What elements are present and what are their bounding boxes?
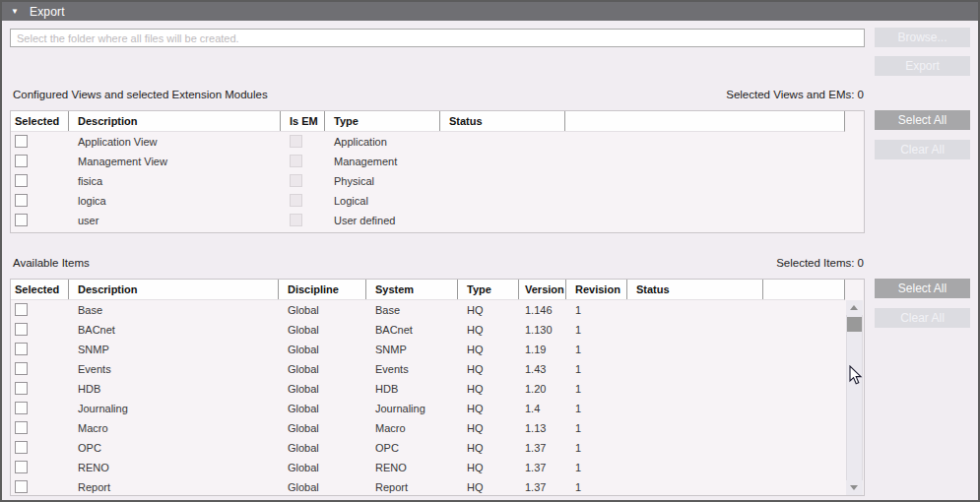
items-select-all-button[interactable]: Select All xyxy=(875,279,970,298)
scrollbar-track[interactable] xyxy=(846,315,863,480)
discipline-cell: Global xyxy=(279,481,366,493)
views-selected-count: Selected Views and EMs: 0 xyxy=(726,89,864,100)
table-row[interactable]: Application View Application xyxy=(11,132,864,152)
description-cell: user xyxy=(69,215,281,226)
table-row[interactable]: RENO Global RENO HQ 1.37 1 xyxy=(11,458,864,477)
items-col-revision[interactable]: Revision xyxy=(566,280,627,299)
table-row[interactable]: Base Global Base HQ 1.146 1 xyxy=(11,300,864,320)
scrollbar-thumb[interactable] xyxy=(847,317,862,332)
row-checkbox[interactable] xyxy=(15,214,28,226)
selected-cell xyxy=(11,303,69,318)
selected-cell xyxy=(11,343,69,357)
description-cell: BACnet xyxy=(69,324,279,336)
titlebar: ▼ Export xyxy=(2,2,978,21)
row-checkbox[interactable] xyxy=(15,303,28,316)
items-col-system[interactable]: System xyxy=(366,280,458,299)
items-vertical-scrollbar[interactable] xyxy=(846,300,863,495)
description-cell: Report xyxy=(69,481,279,493)
revision-cell: 1 xyxy=(566,481,627,493)
isem-cell xyxy=(281,214,325,228)
row-checkbox[interactable] xyxy=(15,362,28,375)
isem-cell xyxy=(281,155,325,169)
table-row[interactable]: HDB Global HDB HQ 1.20 1 xyxy=(11,379,864,399)
items-selected-count: Selected Items: 0 xyxy=(776,257,864,269)
items-col-status[interactable]: Status xyxy=(627,280,763,299)
system-cell: OPC xyxy=(366,442,458,454)
items-col-version[interactable]: Version xyxy=(519,280,566,299)
table-row[interactable]: Report Global Report HQ 1.37 1 xyxy=(11,477,864,496)
table-row[interactable]: fisica Physical xyxy=(11,171,864,191)
browse-button[interactable]: Browse... xyxy=(875,28,970,47)
table-row[interactable]: logica Logical xyxy=(11,191,864,211)
items-col-discipline[interactable]: Discipline xyxy=(279,280,366,299)
views-col-selected[interactable]: Selected xyxy=(11,111,69,131)
table-row[interactable]: Events Global Events HQ 1.43 1 xyxy=(11,359,864,379)
type-cell: HQ xyxy=(458,481,519,493)
scroll-up-icon[interactable] xyxy=(846,300,863,315)
views-col-status[interactable]: Status xyxy=(440,111,565,131)
row-checkbox[interactable] xyxy=(15,135,28,148)
system-cell: HDB xyxy=(366,383,458,395)
items-col-selected[interactable]: Selected xyxy=(11,280,69,299)
isem-checkbox-disabled xyxy=(290,194,302,207)
description-cell: Macro xyxy=(69,422,279,434)
views-col-type[interactable]: Type xyxy=(325,111,440,131)
row-checkbox[interactable] xyxy=(15,174,28,187)
items-clear-all-button[interactable]: Clear All xyxy=(875,308,970,328)
description-cell: OPC xyxy=(69,442,279,454)
version-cell: 1.37 xyxy=(519,442,566,454)
views-col-description[interactable]: Description xyxy=(69,111,281,131)
system-cell: Report xyxy=(366,481,458,493)
type-cell: HQ xyxy=(458,422,519,434)
collapse-triangle-icon[interactable]: ▼ xyxy=(11,7,19,16)
row-checkbox[interactable] xyxy=(15,402,28,414)
selected-cell xyxy=(11,362,69,377)
views-clear-all-button[interactable]: Clear All xyxy=(875,140,970,159)
views-col-isem[interactable]: Is EM xyxy=(281,111,325,131)
discipline-cell: Global xyxy=(279,462,366,473)
type-cell: HQ xyxy=(458,442,519,454)
export-button[interactable]: Export xyxy=(875,56,970,76)
table-row[interactable]: Management View Management xyxy=(11,152,864,171)
revision-cell: 1 xyxy=(566,442,627,454)
items-col-description[interactable]: Description xyxy=(69,280,279,299)
row-checkbox[interactable] xyxy=(15,323,28,336)
table-row[interactable]: SNMP Global SNMP HQ 1.19 1 xyxy=(11,340,864,359)
folder-path-input[interactable] xyxy=(10,29,865,47)
table-row[interactable]: OPC Global OPC HQ 1.37 1 xyxy=(11,438,864,458)
discipline-cell: Global xyxy=(279,304,366,316)
selected-cell xyxy=(11,214,69,228)
type-cell: HQ xyxy=(458,304,519,316)
views-table: Selected Description Is EM Type Status A… xyxy=(10,110,865,233)
views-table-header: Selected Description Is EM Type Status xyxy=(11,111,864,132)
type-cell: Logical xyxy=(325,195,440,207)
items-col-type[interactable]: Type xyxy=(458,280,519,299)
selected-cell xyxy=(11,480,69,495)
row-checkbox[interactable] xyxy=(15,421,28,434)
table-row[interactable]: Macro Global Macro HQ 1.13 1 xyxy=(11,418,864,438)
revision-cell: 1 xyxy=(566,324,627,336)
row-checkbox[interactable] xyxy=(15,480,28,493)
description-cell: RENO xyxy=(69,462,279,473)
version-cell: 1.43 xyxy=(519,363,566,375)
table-row[interactable]: BACnet Global BACnet HQ 1.130 1 xyxy=(11,320,864,340)
row-checkbox[interactable] xyxy=(15,441,28,454)
table-row[interactable]: Journaling Global Journaling HQ 1.4 1 xyxy=(11,399,864,418)
row-checkbox[interactable] xyxy=(15,194,28,207)
version-cell: 1.20 xyxy=(519,383,566,395)
revision-cell: 1 xyxy=(566,304,627,316)
scroll-down-icon[interactable] xyxy=(846,480,863,495)
version-cell: 1.130 xyxy=(519,324,566,336)
row-checkbox[interactable] xyxy=(15,155,28,167)
version-cell: 1.146 xyxy=(519,304,566,316)
export-window: ▼ Export Browse... Export Configured Vie… xyxy=(0,0,980,502)
selected-cell xyxy=(11,135,69,150)
items-table: Selected Description Discipline System T… xyxy=(10,279,865,496)
views-select-all-button[interactable]: Select All xyxy=(875,110,970,130)
row-checkbox[interactable] xyxy=(15,343,28,355)
description-cell: logica xyxy=(69,195,281,207)
row-checkbox[interactable] xyxy=(15,382,28,395)
row-checkbox[interactable] xyxy=(15,461,28,473)
revision-cell: 1 xyxy=(566,363,627,375)
table-row[interactable]: user User defined xyxy=(11,211,864,230)
